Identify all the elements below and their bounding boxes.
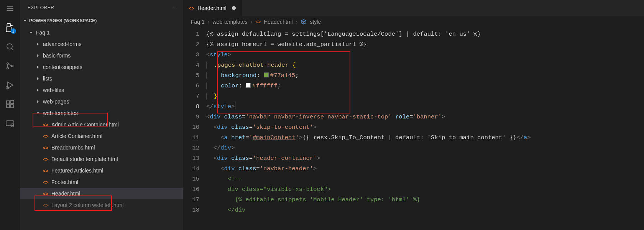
html-file-icon: <> [42,122,49,128]
svg-rect-10 [7,101,10,104]
file-label: Breadcrumbs.html [51,145,95,151]
svg-point-6 [7,67,8,69]
file-tree: Faq 1 advanced-forms basic-forms content… [20,26,183,230]
chevron-right-icon [35,41,41,47]
workspace-header[interactable]: POWERPAGES (WORKSPACE) [20,15,183,26]
file-label: Header.html [51,191,80,197]
folder-label: lists [43,76,52,82]
folder-advanced-forms[interactable]: advanced-forms [20,38,183,50]
svg-rect-11 [7,105,10,108]
file-label: Featured Articles.html [51,168,103,174]
svg-point-5 [7,63,8,65]
sidebar-header: EXPLORER ··· [20,0,183,15]
chevron-right-icon: › [208,19,210,25]
chevron-right-icon [35,53,41,58]
file-item[interactable]: <>Footer.html [20,176,183,188]
html-file-icon: <> [42,168,49,174]
chevron-right-icon [35,76,41,81]
folder-web-templates[interactable]: web-templates [20,107,183,119]
svg-point-3 [7,44,12,49]
code-content[interactable]: {% assign defaultlang = settings['Langua… [206,29,644,230]
code-editor[interactable]: 123456789101112131415161718 {% assign de… [183,28,644,230]
folder-label: content-snippets [43,64,82,70]
folder-label: advanced-forms [43,41,81,47]
folder-web-pages[interactable]: web-pages [20,96,183,107]
folder-root[interactable]: Faq 1 [20,27,183,38]
svg-rect-12 [10,105,13,108]
svg-rect-13 [11,100,14,104]
chevron-right-icon: › [296,19,298,25]
editor-tabs: <> Header.html [183,0,644,16]
html-file-icon: <> [42,133,49,139]
folder-label: web-pages [43,99,69,105]
file-label: Admin Article Container.html [51,122,119,128]
explorer-badge: 1 [11,28,16,34]
file-label: Layout 2 column wide left.html [51,202,123,208]
chevron-right-icon [35,64,41,70]
file-item[interactable]: <>Article Container.html [20,130,183,142]
editor-area: <> Header.html Faq 1 › web-templates › <… [183,0,644,230]
breadcrumb-item[interactable]: web-templates [212,19,247,25]
chevron-right-icon: › [251,19,253,25]
folder-label: Faq 1 [36,30,50,36]
file-label: Default studio template.html [51,156,118,162]
html-file-icon: <> [42,179,49,185]
sidebar-title: EXPLORER [28,5,54,10]
menu-icon[interactable] [5,3,15,14]
chevron-right-icon [35,99,41,104]
folder-web-files[interactable]: web-files [20,84,183,96]
tab-label: Header.html [197,5,226,11]
svg-line-4 [12,49,13,51]
search-icon[interactable] [5,41,15,52]
folder-label: web-templates [43,110,78,116]
chevron-right-icon [35,87,41,93]
file-item[interactable]: <>Default studio template.html [20,153,183,165]
line-gutter: 123456789101112131415161718 [183,29,206,230]
explorer-icon[interactable]: 1 [5,22,15,33]
activity-bar: 1 [0,0,20,230]
html-file-icon: <> [42,145,49,151]
folder-label: web-files [43,87,64,93]
file-label: Article Container.html [51,133,102,139]
explorer-sidebar: EXPLORER ··· POWERPAGES (WORKSPACE) Faq … [20,0,183,230]
html-file-icon: <> [42,202,49,208]
breadcrumb-item[interactable]: style [310,19,321,25]
chevron-down-icon [22,18,28,23]
unsaved-indicator-icon [232,6,236,10]
chevron-down-icon [28,30,34,35]
workspace-name: POWERPAGES (WORKSPACE) [29,18,97,23]
breadcrumb-item[interactable]: Faq 1 [191,19,205,25]
symbol-icon [301,19,307,25]
file-item[interactable]: <>Featured Articles.html [20,165,183,176]
breadcrumbs[interactable]: Faq 1 › web-templates › <> Header.html ›… [183,16,644,28]
folder-label: basic-forms [43,53,71,59]
svg-point-7 [11,65,13,67]
breadcrumb-item[interactable]: Header.html [264,19,292,25]
more-icon[interactable]: ··· [172,5,178,10]
source-control-icon[interactable] [5,61,15,71]
run-debug-icon[interactable] [5,80,15,90]
file-item[interactable]: <>Breadcrumbs.html [20,142,183,153]
html-file-icon: <> [255,19,261,25]
file-item[interactable]: <>Admin Article Container.html [20,119,183,130]
extensions-icon[interactable] [5,99,15,110]
html-file-icon: <> [42,191,49,197]
tab-header-html[interactable]: <> Header.html [183,0,242,16]
chevron-down-icon [35,110,41,116]
file-item-active[interactable]: <>Header.html [20,188,183,199]
file-label: Footer.html [51,179,78,185]
html-file-icon: <> [189,5,194,11]
folder-basic-forms[interactable]: basic-forms [20,50,183,61]
file-item[interactable]: <>Layout 2 column wide left.html [20,199,183,211]
html-file-icon: <> [42,156,49,162]
folder-content-snippets[interactable]: content-snippets [20,61,183,73]
folder-lists[interactable]: lists [20,73,183,84]
remote-icon[interactable] [5,118,15,129]
